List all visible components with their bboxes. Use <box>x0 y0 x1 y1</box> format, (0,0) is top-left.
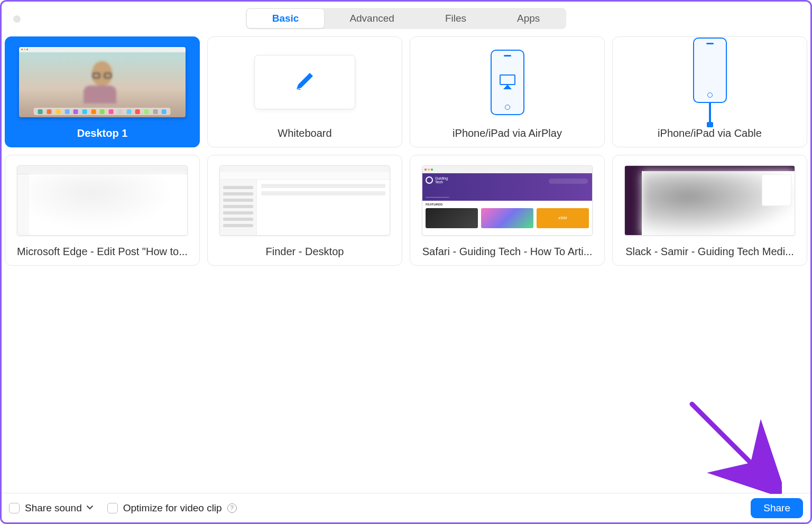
share-button[interactable]: Share <box>751 498 803 518</box>
slack-preview <box>624 165 795 236</box>
close-window-dot[interactable] <box>13 15 21 23</box>
tile-label: Desktop 1 <box>5 127 199 139</box>
tab-bar: Basic Advanced Files Apps <box>2 2 810 29</box>
tile-label: Whiteboard <box>208 127 402 139</box>
thumb-desktop-1 <box>5 37 199 127</box>
tab-files[interactable]: Files <box>420 9 492 28</box>
bottom-bar: Share sound Optimize for video clip ? Sh… <box>2 493 810 522</box>
tile-finder[interactable]: Finder - Desktop <box>207 155 402 266</box>
thumb-safari: GuidingTech ________________ FEATURED eS… <box>410 155 604 246</box>
tab-advanced[interactable]: Advanced <box>324 9 420 28</box>
phone-icon <box>693 38 727 103</box>
share-grid: Desktop 1 Whiteboard iPhone/iPad via Air… <box>2 29 810 266</box>
help-icon[interactable]: ? <box>227 503 237 513</box>
share-sound-option[interactable]: Share sound <box>9 502 94 514</box>
thumb-cable <box>613 37 807 127</box>
thumb-whiteboard <box>208 37 402 127</box>
tile-label: Slack - Samir - Guiding Tech Medi... <box>613 246 807 258</box>
finder-preview <box>219 165 390 236</box>
optimize-option[interactable]: Optimize for video clip ? <box>107 502 237 514</box>
plug-icon <box>707 122 713 127</box>
thumb-slack <box>613 155 807 246</box>
airplay-icon <box>500 74 515 86</box>
tile-desktop-1[interactable]: Desktop 1 <box>5 36 200 147</box>
share-sound-checkbox[interactable] <box>9 503 20 513</box>
tile-whiteboard[interactable]: Whiteboard <box>207 36 402 147</box>
thumb-airplay <box>410 37 604 127</box>
tile-label: iPhone/iPad via AirPlay <box>410 127 604 139</box>
safari-preview: GuidingTech ________________ FEATURED eS… <box>422 165 593 236</box>
svg-line-0 <box>692 404 761 473</box>
pencil-icon <box>292 69 317 96</box>
optimize-label: Optimize for video clip <box>123 502 222 514</box>
annotation-arrow <box>676 388 782 494</box>
tile-label: iPhone/iPad via Cable <box>613 127 807 139</box>
cable-icon <box>709 102 711 122</box>
tile-iphone-cable[interactable]: iPhone/iPad via Cable <box>612 36 807 147</box>
chevron-down-icon[interactable] <box>86 502 94 514</box>
tab-apps[interactable]: Apps <box>492 9 565 28</box>
edge-preview <box>17 165 188 236</box>
phone-icon <box>491 50 524 115</box>
thumb-finder <box>208 155 402 246</box>
tile-slack[interactable]: Slack - Samir - Guiding Tech Medi... <box>612 155 807 266</box>
desktop-preview <box>19 47 186 117</box>
tab-basic[interactable]: Basic <box>247 9 325 28</box>
tile-label: Finder - Desktop <box>208 246 402 258</box>
share-sound-label: Share sound <box>25 502 82 514</box>
tile-microsoft-edge[interactable]: Microsoft Edge - Edit Post "How to... <box>5 155 200 266</box>
tile-label: Safari - Guiding Tech - How To Arti... <box>410 246 604 258</box>
optimize-checkbox[interactable] <box>107 503 118 513</box>
thumb-edge <box>5 155 199 246</box>
tile-safari[interactable]: GuidingTech ________________ FEATURED eS… <box>410 155 605 266</box>
whiteboard-card <box>254 55 355 109</box>
tile-label: Microsoft Edge - Edit Post "How to... <box>5 246 199 258</box>
tab-group: Basic Advanced Files Apps <box>246 8 567 29</box>
tile-iphone-airplay[interactable]: iPhone/iPad via AirPlay <box>410 36 605 147</box>
